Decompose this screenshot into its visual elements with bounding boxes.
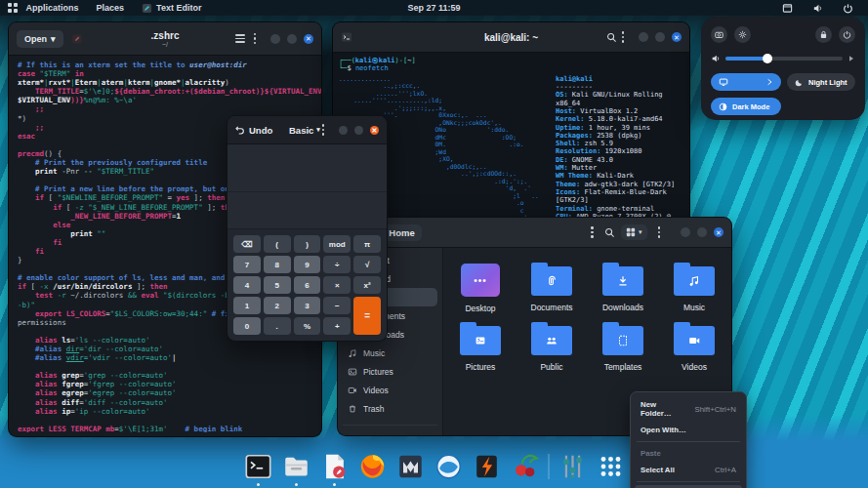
calc-key-2[interactable]: 2 bbox=[264, 297, 291, 314]
view-menu-icon[interactable] bbox=[231, 34, 249, 43]
active-app-menu[interactable]: Text Editor bbox=[133, 0, 210, 16]
dock-terminal-icon[interactable] bbox=[243, 452, 272, 481]
menu-item-new-folder[interactable]: New Folder…Shift+Ctrl+N bbox=[635, 396, 742, 422]
menu-item-select-all[interactable]: Select AllCtrl+A bbox=[635, 462, 742, 478]
calc-key-[interactable]: ÷ bbox=[323, 256, 351, 273]
folder-label: Music bbox=[683, 303, 705, 312]
menu-kebab-icon[interactable] bbox=[617, 31, 630, 43]
search-icon[interactable] bbox=[606, 32, 617, 43]
minimize-button[interactable] bbox=[339, 126, 348, 135]
power-icon[interactable] bbox=[834, 3, 862, 14]
maximize-button[interactable] bbox=[655, 32, 665, 42]
calc-key-[interactable]: + bbox=[323, 317, 351, 335]
calc-key-8[interactable]: 8 bbox=[264, 256, 291, 273]
document-icon[interactable] bbox=[71, 33, 83, 45]
dock-wireshark-icon[interactable] bbox=[434, 452, 463, 481]
workspace-grid-icon[interactable] bbox=[8, 3, 18, 13]
dock-kali-tweaks-icon[interactable] bbox=[558, 452, 587, 481]
calc-key-9[interactable]: 9 bbox=[294, 256, 321, 273]
clock[interactable]: Sep 27 11:59 bbox=[407, 3, 460, 13]
calc-key-[interactable]: √ bbox=[353, 256, 381, 273]
dock-cherrytree-icon[interactable] bbox=[510, 452, 539, 481]
close-button[interactable]: ✕ bbox=[714, 227, 723, 237]
folder-label: Templates bbox=[604, 362, 642, 372]
calc-key-[interactable]: π bbox=[353, 235, 381, 253]
calc-key-[interactable]: . bbox=[264, 317, 291, 335]
view-toggle-button[interactable]: ▾ bbox=[621, 224, 647, 240]
dark-mode-button[interactable]: Dark Mode bbox=[711, 98, 781, 115]
maximize-button[interactable] bbox=[697, 227, 707, 237]
calc-key-6[interactable]: 6 bbox=[294, 276, 321, 294]
folder-documents[interactable]: Documents bbox=[517, 262, 588, 313]
terminal-title: kali@kali: ~ bbox=[484, 32, 538, 43]
folder-downloads[interactable]: Downloads bbox=[588, 262, 659, 313]
dock-text-editor-icon[interactable] bbox=[319, 452, 349, 481]
chevron-right-icon[interactable] bbox=[765, 78, 773, 86]
folder-label: Public bbox=[540, 362, 562, 372]
calculator-display[interactable] bbox=[227, 144, 387, 229]
sidebar-item-pictures[interactable]: Pictures bbox=[343, 362, 437, 381]
dock-firefox-icon[interactable] bbox=[357, 452, 387, 481]
dock-burpsuite-icon[interactable] bbox=[472, 452, 501, 481]
dock-app-grid-icon[interactable] bbox=[596, 452, 625, 481]
calc-key-[interactable]: % bbox=[294, 317, 321, 335]
folder-public[interactable]: Public bbox=[517, 321, 588, 372]
calc-key-1[interactable]: 1 bbox=[233, 297, 261, 314]
menu-kebab-icon[interactable] bbox=[653, 226, 666, 238]
folder-videos[interactable]: Videos bbox=[659, 321, 730, 372]
calc-key-4[interactable]: 4 bbox=[233, 276, 261, 294]
calc-key-[interactable]: = bbox=[353, 297, 381, 335]
maximize-button[interactable] bbox=[287, 34, 297, 44]
screenshot-button[interactable] bbox=[711, 26, 727, 43]
volume-slider[interactable] bbox=[711, 54, 855, 63]
sidebar-item-trash[interactable]: Trash bbox=[343, 399, 437, 418]
music-emblem-icon bbox=[687, 274, 701, 288]
dock-files-icon[interactable] bbox=[281, 452, 310, 481]
mode-dropdown[interactable]: Basic▾ bbox=[289, 125, 320, 136]
undo-button[interactable]: Undo bbox=[235, 125, 272, 136]
minimize-button[interactable] bbox=[270, 34, 280, 44]
sidebar-item-videos[interactable]: Videos bbox=[343, 381, 437, 399]
calc-key-[interactable]: − bbox=[323, 297, 351, 314]
dock-metasploit-icon[interactable] bbox=[395, 452, 425, 481]
calc-key-[interactable]: ⌫ bbox=[233, 235, 261, 253]
folder-music[interactable]: Music bbox=[659, 262, 730, 313]
minimize-button[interactable] bbox=[681, 227, 690, 237]
settings-button[interactable] bbox=[734, 26, 751, 43]
calc-key-7[interactable]: 7 bbox=[233, 256, 261, 273]
folder-label: Pictures bbox=[466, 362, 496, 372]
menu-item-open-with[interactable]: Open With… bbox=[635, 422, 742, 438]
folder-templates[interactable]: Templates bbox=[588, 321, 659, 372]
power-button[interactable] bbox=[839, 26, 855, 43]
calc-key-3[interactable]: 3 bbox=[294, 297, 321, 314]
night-light-button[interactable]: Night Light bbox=[787, 73, 855, 91]
close-button[interactable]: ✕ bbox=[370, 126, 379, 135]
calc-key-x[interactable]: x² bbox=[353, 276, 381, 294]
calc-key-[interactable]: × bbox=[323, 276, 351, 294]
search-icon[interactable] bbox=[604, 227, 615, 238]
menu-kebab-icon[interactable] bbox=[249, 33, 262, 45]
folder-desktop[interactable]: •••Desktop bbox=[445, 262, 517, 313]
calc-key-[interactable]: ( bbox=[264, 235, 291, 253]
folder-pictures[interactable]: Pictures bbox=[445, 321, 517, 372]
lock-button[interactable] bbox=[815, 26, 832, 43]
applications-menu[interactable]: Applications bbox=[18, 0, 88, 16]
display-toggle-button[interactable] bbox=[711, 73, 781, 91]
code-line: # If this is an xterm set the title to u… bbox=[18, 61, 321, 69]
calc-key-0[interactable]: 0 bbox=[233, 317, 261, 335]
maximize-button[interactable] bbox=[354, 126, 363, 135]
path-options-kebab-icon[interactable] bbox=[586, 226, 599, 238]
calc-key-5[interactable]: 5 bbox=[264, 276, 291, 294]
places-menu[interactable]: Places bbox=[88, 0, 134, 16]
sidebar-item-music[interactable]: Music bbox=[343, 344, 437, 362]
window-indicator-icon[interactable] bbox=[773, 3, 802, 14]
minimize-button[interactable] bbox=[639, 32, 648, 42]
open-button[interactable]: Open▾ bbox=[17, 30, 63, 48]
sidebar-item-other-locations[interactable]: Other Locations bbox=[343, 425, 437, 436]
close-button[interactable]: ✕ bbox=[304, 34, 313, 44]
calc-key-[interactable]: ) bbox=[294, 235, 321, 253]
volume-icon[interactable] bbox=[804, 3, 832, 14]
calc-key-mod[interactable]: mod bbox=[323, 235, 351, 253]
close-button[interactable]: ✕ bbox=[672, 32, 682, 42]
slider-knob[interactable] bbox=[763, 54, 772, 63]
